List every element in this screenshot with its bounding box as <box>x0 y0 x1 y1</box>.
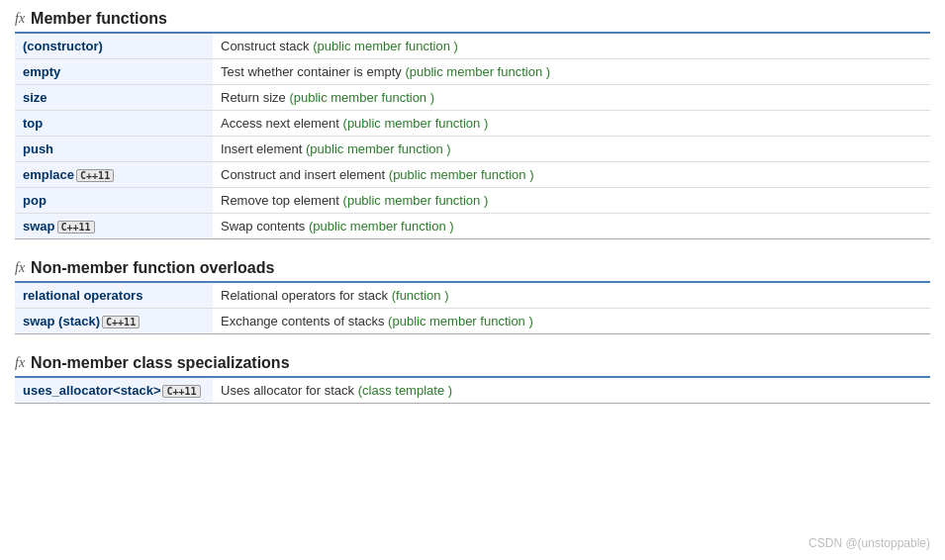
table-row: emptyTest whether container is empty (pu… <box>15 59 930 85</box>
function-tag[interactable]: (class template ) <box>358 383 452 398</box>
function-tag[interactable]: (public member function ) <box>405 64 550 79</box>
function-tag[interactable]: (function ) <box>392 288 449 303</box>
row-name-cell[interactable]: swapC++11 <box>15 214 213 239</box>
function-tag[interactable]: (public member function ) <box>343 193 489 208</box>
row-name-cell[interactable]: top <box>15 111 213 137</box>
row-desc-cell: Access next element (public member funct… <box>213 111 930 137</box>
row-desc-cell: Insert element (public member function ) <box>213 137 930 162</box>
row-name-cell[interactable]: empty <box>15 59 213 85</box>
table-row: swapC++11Swap contents (public member fu… <box>15 214 930 239</box>
row-name-cell[interactable]: (constructor) <box>15 33 213 59</box>
function-tag[interactable]: (public member function ) <box>309 219 454 233</box>
table-row: uses_allocator<stack>C++11Uses allocator… <box>15 377 930 404</box>
section-header-non-member-overloads: fxNon-member function overloads <box>15 259 930 277</box>
row-name-cell[interactable]: uses_allocator<stack>C++11 <box>15 377 213 404</box>
row-name-cell[interactable]: relational operators <box>15 282 213 309</box>
section-non-member-specializations: fxNon-member class specializationsuses_a… <box>15 354 930 404</box>
section-title: Member functions <box>31 10 167 28</box>
fx-icon: fx <box>15 260 25 276</box>
row-desc-cell: Return size (public member function ) <box>213 85 930 111</box>
row-desc-cell: Exchange contents of stacks (public memb… <box>213 309 930 334</box>
row-name-cell[interactable]: emplaceC++11 <box>15 162 213 188</box>
section-member-functions: fxMember functions(constructor)Construct… <box>15 10 930 239</box>
table-row: sizeReturn size (public member function … <box>15 85 930 111</box>
row-desc-cell: Relational operators for stack (function… <box>213 282 930 309</box>
table-row: relational operatorsRelational operators… <box>15 282 930 309</box>
section-table-non-member-overloads: relational operatorsRelational operators… <box>15 281 930 334</box>
row-desc-cell: Remove top element (public member functi… <box>213 188 930 214</box>
fx-icon: fx <box>15 11 25 27</box>
function-tag[interactable]: (public member function ) <box>389 167 534 182</box>
table-row: pushInsert element (public member functi… <box>15 137 930 162</box>
function-tag[interactable]: (public member function ) <box>388 314 533 328</box>
table-row: swap (stack)C++11Exchange contents of st… <box>15 309 930 334</box>
cpp-badge: C++11 <box>57 221 95 233</box>
section-title: Non-member class specializations <box>31 354 289 372</box>
row-desc-cell: Test whether container is empty (public … <box>213 59 930 85</box>
function-tag[interactable]: (public member function ) <box>343 116 489 131</box>
section-table-member-functions: (constructor)Construct stack (public mem… <box>15 32 930 239</box>
table-row: topAccess next element (public member fu… <box>15 111 930 137</box>
table-row: popRemove top element (public member fun… <box>15 188 930 214</box>
section-header-non-member-specializations: fxNon-member class specializations <box>15 354 930 372</box>
section-table-non-member-specializations: uses_allocator<stack>C++11Uses allocator… <box>15 376 930 404</box>
section-header-member-functions: fxMember functions <box>15 10 930 28</box>
cpp-badge: C++11 <box>162 385 200 398</box>
row-desc-cell: Swap contents (public member function ) <box>213 214 930 239</box>
table-row: (constructor)Construct stack (public mem… <box>15 33 930 59</box>
table-row: emplaceC++11Construct and insert element… <box>15 162 930 188</box>
row-desc-cell: Construct and insert element (public mem… <box>213 162 930 188</box>
row-name-cell[interactable]: pop <box>15 188 213 214</box>
cpp-badge: C++11 <box>76 169 114 182</box>
row-name-cell[interactable]: size <box>15 85 213 111</box>
section-non-member-overloads: fxNon-member function overloadsrelationa… <box>15 259 930 334</box>
section-title: Non-member function overloads <box>31 259 274 277</box>
function-tag[interactable]: (public member function ) <box>313 39 458 53</box>
row-desc-cell: Uses allocator for stack (class template… <box>213 377 930 404</box>
cpp-badge: C++11 <box>102 316 140 328</box>
function-tag[interactable]: (public member function ) <box>289 90 434 105</box>
row-desc-cell: Construct stack (public member function … <box>213 33 930 59</box>
function-tag[interactable]: (public member function ) <box>306 141 451 156</box>
row-name-cell[interactable]: swap (stack)C++11 <box>15 309 213 334</box>
row-name-cell[interactable]: push <box>15 137 213 162</box>
fx-icon: fx <box>15 355 25 371</box>
